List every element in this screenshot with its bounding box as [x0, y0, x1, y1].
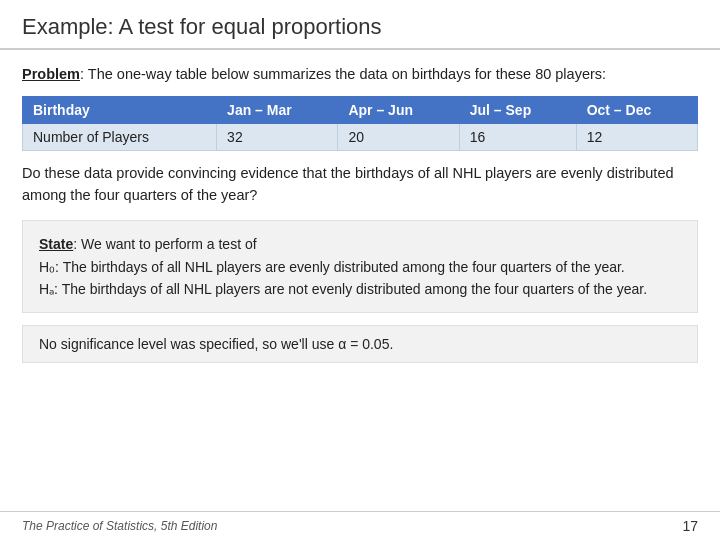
- cell-apr-jun: 20: [338, 123, 459, 150]
- data-table: Birthday Jan – Mar Apr – Jun Jul – Sep O…: [22, 96, 698, 151]
- significance-box: No significance level was specified, so …: [22, 325, 698, 363]
- ha-text: Hₐ: The birthdays of all NHL players are…: [39, 278, 681, 300]
- problem-text: Problem: The one-way table below summari…: [22, 64, 698, 86]
- table-header-row: Birthday Jan – Mar Apr – Jun Jul – Sep O…: [23, 96, 698, 123]
- significance-text: No significance level was specified, so …: [39, 336, 681, 352]
- main-content: Problem: The one-way table below summari…: [0, 50, 720, 511]
- footer-edition: The Practice of Statistics, 5th Edition: [22, 519, 217, 533]
- problem-body: : The one-way table below summarizes the…: [80, 66, 606, 82]
- title-bar: Example: A test for equal proportions: [0, 0, 720, 50]
- problem-label: Problem: [22, 66, 80, 82]
- slide: Example: A test for equal proportions Pr…: [0, 0, 720, 540]
- table-row: Number of Players 32 20 16 12: [23, 123, 698, 150]
- col-header-apr-jun: Apr – Jun: [338, 96, 459, 123]
- row-label: Number of Players: [23, 123, 217, 150]
- cell-oct-dec: 12: [576, 123, 697, 150]
- state-intro-text: : We want to perform a test of: [73, 236, 256, 252]
- page-title: Example: A test for equal proportions: [22, 14, 698, 40]
- cell-jul-sep: 16: [459, 123, 576, 150]
- state-box: State: We want to perform a test of H₀: …: [22, 220, 698, 313]
- page-number: 17: [682, 518, 698, 534]
- cell-jan-mar: 32: [217, 123, 338, 150]
- col-header-jul-sep: Jul – Sep: [459, 96, 576, 123]
- state-label: State: [39, 236, 73, 252]
- question-text: Do these data provide convincing evidenc…: [22, 163, 698, 207]
- col-header-birthday: Birthday: [23, 96, 217, 123]
- state-intro: State: We want to perform a test of: [39, 233, 681, 255]
- col-header-jan-mar: Jan – Mar: [217, 96, 338, 123]
- footer: The Practice of Statistics, 5th Edition …: [0, 511, 720, 540]
- col-header-oct-dec: Oct – Dec: [576, 96, 697, 123]
- h0-text: H₀: The birthdays of all NHL players are…: [39, 256, 681, 278]
- edition-text: The Practice of Statistics, 5th Edition: [22, 519, 217, 533]
